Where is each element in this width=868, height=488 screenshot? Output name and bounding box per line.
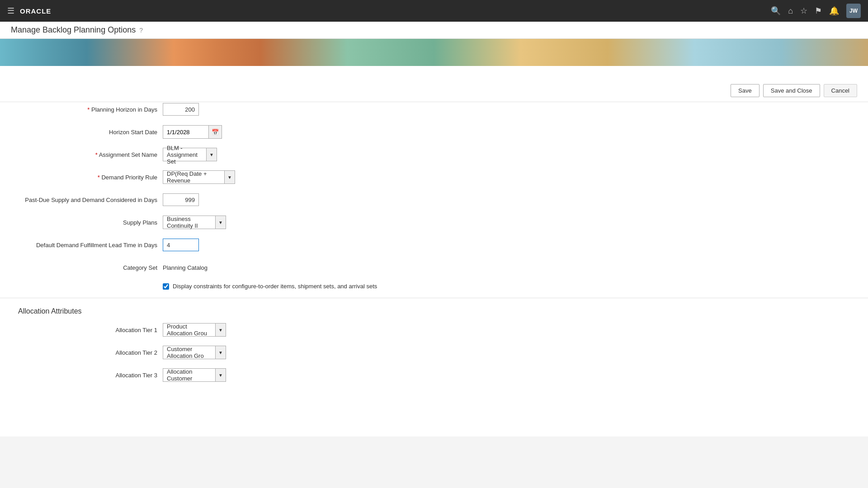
planning-horizon-row: Planning Horizon in Days	[18, 102, 850, 117]
flag-icon[interactable]: ⚑	[815, 6, 822, 16]
supply-plans-value: Business Continuity II	[163, 216, 215, 229]
save-close-button[interactable]: Save and Close	[763, 84, 820, 97]
assignment-set-dropdown[interactable]: ▼	[206, 148, 217, 161]
category-set-value: Planning Catalog	[163, 263, 208, 273]
calendar-icon[interactable]: 📅	[208, 126, 222, 138]
topbar-right: 🔍 ⌂ ☆ ⚑ 🔔 JW	[771, 4, 861, 18]
allocation-tier3-label: Allocation Tier 3	[18, 372, 163, 379]
lead-time-label: Default Demand Fulfillment Lead Time in …	[18, 242, 163, 249]
allocation-tier1-label: Allocation Tier 1	[18, 327, 163, 333]
allocation-tier1-dropdown[interactable]: ▼	[215, 324, 226, 336]
allocation-tier1-value: Product Allocation Grou	[163, 324, 215, 336]
toolbar: Save Save and Close Cancel	[0, 80, 868, 102]
supply-plans-wrapper: Business Continuity II ▼	[163, 216, 226, 229]
home-icon[interactable]: ⌂	[788, 6, 793, 16]
save-button[interactable]: Save	[731, 84, 760, 97]
demand-priority-dropdown[interactable]: ▼	[224, 171, 235, 183]
notifications-icon[interactable]: 🔔	[829, 6, 839, 16]
planning-horizon-label: Planning Horizon in Days	[18, 106, 163, 113]
supply-plans-label: Supply Plans	[18, 219, 163, 226]
topbar-left: ☰ ORACLE	[7, 6, 51, 16]
banner-strip	[0, 39, 868, 66]
main-content: Save Save and Close Cancel Planning Hori…	[0, 66, 868, 436]
horizon-start-input[interactable]	[163, 126, 208, 138]
allocation-tier2-label: Allocation Tier 2	[18, 349, 163, 356]
favorites-icon[interactable]: ☆	[800, 6, 807, 16]
allocation-tier3-dropdown[interactable]: ▼	[215, 369, 226, 381]
user-initials: JW	[849, 8, 858, 14]
demand-priority-row: Demand Priority Rule DP(Req Date + Reven…	[18, 170, 850, 184]
planning-horizon-input[interactable]	[163, 103, 199, 116]
allocation-tier1-row: Allocation Tier 1 Product Allocation Gro…	[18, 323, 850, 337]
assignment-set-label: Assignment Set Name	[18, 151, 163, 158]
lead-time-row: Default Demand Fulfillment Lead Time in …	[18, 238, 850, 252]
demand-priority-label: Demand Priority Rule	[18, 174, 163, 181]
category-set-row: Category Set Planning Catalog	[18, 260, 850, 275]
demand-priority-value: DP(Req Date + Revenue	[163, 171, 224, 183]
allocation-tier2-row: Allocation Tier 2 Customer Allocation Gr…	[18, 345, 850, 360]
category-set-label: Category Set	[18, 264, 163, 271]
constraints-checkbox-wrapper: Display constraints for configure-to-ord…	[163, 283, 377, 290]
page-title: Manage Backlog Planning Options	[11, 25, 136, 35]
assignment-set-row: Assignment Set Name BLM - Assignment Set…	[18, 147, 850, 162]
form-section: Planning Horizon in Days Horizon Start D…	[0, 102, 868, 290]
past-due-input[interactable]	[163, 193, 199, 206]
assignment-set-value: BLM - Assignment Set	[163, 148, 206, 161]
past-due-row: Past-Due Supply and Demand Considered in…	[18, 192, 850, 207]
constraints-checkbox[interactable]	[163, 283, 169, 290]
checkbox-row: Display constraints for configure-to-ord…	[18, 283, 850, 290]
help-icon[interactable]: ?	[139, 27, 143, 34]
allocation-tier1-wrapper: Product Allocation Grou ▼	[163, 323, 226, 337]
demand-priority-wrapper: DP(Req Date + Revenue ▼	[163, 170, 235, 184]
allocation-tier3-row: Allocation Tier 3 Allocation Customer ▼	[18, 368, 850, 382]
cancel-button[interactable]: Cancel	[824, 84, 857, 97]
allocation-tier3-value: Allocation Customer	[163, 369, 215, 381]
supply-plans-dropdown[interactable]: ▼	[215, 216, 226, 229]
supply-plans-row: Supply Plans Business Continuity II ▼	[18, 215, 850, 230]
page-header: Manage Backlog Planning Options ?	[0, 22, 868, 39]
assignment-set-wrapper: BLM - Assignment Set ▼	[163, 148, 217, 161]
horizon-start-label: Horizon Start Date	[18, 129, 163, 136]
search-icon[interactable]: 🔍	[771, 6, 781, 16]
horizon-start-date-wrapper: 📅	[163, 125, 222, 139]
user-avatar[interactable]: JW	[846, 4, 861, 18]
allocation-section-header: Allocation Attributes	[0, 298, 868, 323]
menu-icon[interactable]: ☰	[7, 6, 14, 16]
topbar: ☰ ORACLE 🔍 ⌂ ☆ ⚑ 🔔 JW	[0, 0, 868, 22]
allocation-tier2-wrapper: Customer Allocation Gro ▼	[163, 346, 226, 359]
lead-time-input[interactable]	[163, 239, 199, 251]
allocation-tier2-dropdown[interactable]: ▼	[215, 346, 226, 359]
allocation-tier2-value: Customer Allocation Gro	[163, 346, 215, 359]
constraints-checkbox-label: Display constraints for configure-to-ord…	[173, 283, 377, 290]
past-due-label: Past-Due Supply and Demand Considered in…	[18, 197, 163, 203]
horizon-start-row: Horizon Start Date 📅	[18, 125, 850, 139]
allocation-form-section: Allocation Tier 1 Product Allocation Gro…	[0, 323, 868, 382]
allocation-tier3-wrapper: Allocation Customer ▼	[163, 368, 226, 382]
oracle-logo: ORACLE	[20, 7, 51, 15]
